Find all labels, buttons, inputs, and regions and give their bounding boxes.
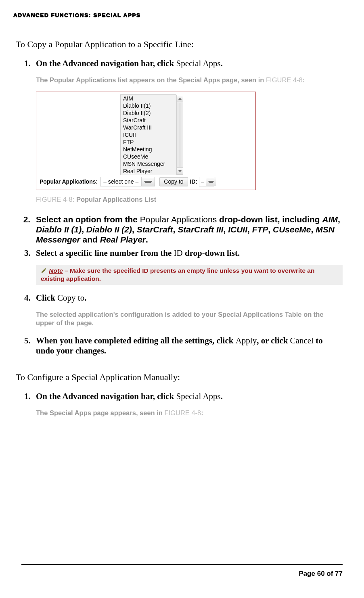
combo-dropdown-button[interactable] [141, 177, 155, 186]
stepB-1: On the Advanced navigation bar, click Sp… [33, 391, 343, 417]
stepA-5-a: Apply [236, 336, 257, 345]
list-item[interactable]: NetMeeting [121, 146, 176, 153]
stepA-1-desc-post: : [303, 76, 305, 84]
sep: , [82, 225, 86, 234]
sep: and [80, 235, 100, 244]
stepA-3-pre: Select a specific line number from the [36, 248, 174, 258]
note-box: Note – Make sure the specified ID presen… [36, 265, 343, 285]
stepA-4-post: . [84, 293, 86, 303]
app-starcraft: StarCraft [137, 225, 173, 234]
list-item[interactable]: Real Player [121, 167, 176, 175]
stepA-4-pre: Click [36, 293, 57, 303]
app-ftp: FTP [252, 225, 268, 234]
stepA-3-post: drop-down list. [183, 248, 240, 258]
note-label: Note [49, 267, 63, 274]
running-header: ADVANCED FUNCTIONS: SPECIAL APPS [13, 12, 343, 18]
stepA-4: Click Copy to. The selected application'… [33, 293, 343, 327]
stepA-5: When you have completed editing all the … [33, 336, 343, 356]
pencil-icon [41, 268, 46, 274]
sep: , [268, 225, 273, 234]
figure-caption-text: Popular Applications List [76, 196, 156, 203]
stepA-1-desc-pre: The Popular Applications list appears on… [36, 76, 266, 84]
app-diablo-1: Diablo II (1) [36, 225, 82, 234]
copy-to-button[interactable]: Copy to [159, 177, 188, 186]
sep: , [223, 225, 228, 234]
sep: , [173, 225, 178, 234]
stepB-1-desc: The Special Apps page appears, seen in F… [36, 409, 343, 417]
stepB-1-desc-figref: FIGURE 4-8 [165, 409, 201, 416]
sep: , [132, 225, 137, 234]
chevron-up-icon [178, 98, 182, 100]
stepA-1-desc-figref: FIGURE 4-8 [266, 76, 303, 84]
list-item[interactable]: AIM [121, 95, 176, 102]
app-cuseeme: CUseeMe [273, 225, 311, 234]
id-label: ID: [190, 178, 198, 185]
popular-apps-combo[interactable]: – select one – [100, 177, 155, 186]
stepA-2-pre: Select an option from the [36, 215, 140, 224]
stepA-2-post: drop-down list, including [217, 215, 322, 224]
app-diablo-2: Diablo II (2) [86, 225, 132, 234]
scroll-thumb[interactable] [180, 103, 180, 167]
chevron-down-icon [208, 181, 214, 183]
stepB-1-link: Special Apps [176, 391, 221, 401]
figure-controls: Popular Applications: – select one – Cop… [40, 177, 252, 186]
stepA-4-mid: Copy to [57, 293, 84, 303]
scroll-down-button[interactable] [177, 167, 183, 174]
sep: , [338, 215, 340, 224]
list-item[interactable]: WarCraft III [121, 124, 176, 131]
stepB-1-post: . [221, 391, 223, 401]
chevron-down-icon [144, 181, 153, 183]
stepA-5-t2: , or click [257, 336, 290, 345]
stepA-2-mid: Popular Applications [140, 215, 217, 224]
popular-apps-label: Popular Applications: [40, 178, 98, 185]
page-footer: Page 60 of 77 [21, 564, 343, 578]
page-number: Page 60 of 77 [21, 570, 343, 578]
section-b-lead: To Configure a Special Application Manua… [16, 372, 343, 383]
id-combo-dropdown-button[interactable] [206, 177, 216, 186]
list-item[interactable]: Diablo II(1) [121, 102, 176, 109]
app-starcraft3: StarCraft III [178, 225, 223, 234]
stepA-5-b: Cancel [290, 336, 314, 345]
popular-apps-combo-value: – select one – [100, 178, 141, 185]
stepA-4-desc: The selected application's configuration… [36, 310, 343, 327]
popular-apps-listbox[interactable]: AIM Diablo II(1) Diablo II(2) StarCraft … [120, 94, 176, 175]
stepA-1-desc: The Popular Applications list appears on… [36, 76, 343, 84]
note-dash: – [63, 267, 70, 274]
stepA-5-t1: When you have completed editing all the … [36, 336, 236, 345]
listbox-scrollbar[interactable] [176, 95, 183, 175]
list-item[interactable]: CUseeMe [121, 153, 176, 160]
figure-4-8: AIM Diablo II(1) Diablo II(2) StarCraft … [36, 92, 256, 190]
stepB-1-desc-post: : [201, 409, 203, 416]
list-item[interactable]: FTP [121, 138, 176, 146]
stepA-1-text: On the Advanced navigation bar, click Sp… [36, 59, 223, 68]
stepA-1-link: Special Apps [176, 59, 221, 68]
figure-caption: FIGURE 4-8: Popular Applications List [36, 196, 343, 204]
stepA-2-end: . [146, 235, 148, 244]
stepB-1-pre: On the Advanced navigation bar, click [36, 391, 176, 401]
list-item[interactable]: Diablo II(2) [121, 109, 176, 117]
stepA-1: On the Advanced navigation bar, click Sp… [33, 59, 343, 204]
sep: , [311, 225, 316, 234]
figure-caption-label: FIGURE 4-8: [36, 196, 76, 203]
sep: , [247, 225, 252, 234]
app-icuii: ICUII [228, 225, 247, 234]
list-item[interactable]: StarCraft [121, 117, 176, 124]
stepA-1-post: . [221, 59, 223, 68]
id-combo-value: – [199, 178, 206, 185]
list-item[interactable]: ICUII [121, 131, 176, 138]
note-text: Make sure the specified ID presents an e… [41, 267, 314, 282]
app-aim: AIM [322, 215, 338, 224]
list-item[interactable]: MSN Messenger [121, 160, 176, 167]
stepA-1-pre: On the Advanced navigation bar, click [36, 59, 176, 68]
stepA-3: Select a specific line number from the I… [33, 248, 343, 285]
stepA-3-mid: ID [174, 248, 183, 258]
scroll-up-button[interactable] [177, 95, 183, 102]
stepB-1-desc-pre: The Special Apps page appears, seen in [36, 409, 165, 416]
chevron-down-icon [178, 170, 182, 172]
footer-rule [21, 564, 343, 565]
section-a-lead: To Copy a Popular Application to a Speci… [16, 39, 343, 50]
stepA-2: Select an option from the Popular Applic… [33, 214, 343, 245]
app-realplayer: Real Player [100, 235, 146, 244]
id-combo[interactable]: – [199, 177, 214, 186]
